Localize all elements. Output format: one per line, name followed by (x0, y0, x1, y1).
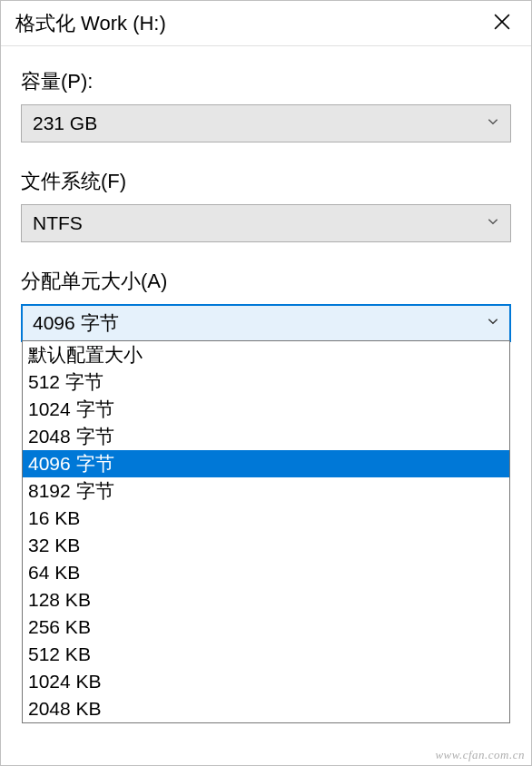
chevron-down-icon (487, 115, 499, 132)
allocation-option[interactable]: 512 字节 (23, 368, 509, 396)
filesystem-label: 文件系统(F) (21, 168, 511, 195)
allocation-option[interactable]: 4096 字节 (23, 450, 509, 477)
allocation-combobox[interactable]: 4096 字节 默认配置大小512 字节1024 字节2048 字节4096 字… (21, 304, 511, 342)
format-dialog: 格式化 Work (H:) 容量(P): 231 GB 文件系统(F) NTFS (0, 0, 532, 766)
filesystem-group: 文件系统(F) NTFS (21, 168, 511, 242)
close-icon (494, 14, 510, 34)
allocation-option[interactable]: 默认配置大小 (23, 341, 509, 368)
allocation-option[interactable]: 32 KB (23, 532, 509, 559)
filesystem-value: NTFS (33, 212, 83, 234)
dialog-content: 容量(P): 231 GB 文件系统(F) NTFS 分配单元大小(A) 409… (1, 46, 531, 342)
capacity-label: 容量(P): (21, 68, 511, 95)
allocation-option[interactable]: 16 KB (23, 505, 509, 532)
chevron-down-icon (487, 315, 499, 331)
allocation-option[interactable]: 64 KB (23, 559, 509, 586)
allocation-option[interactable]: 8192 字节 (23, 477, 509, 505)
capacity-group: 容量(P): 231 GB (21, 68, 511, 142)
capacity-value: 231 GB (33, 113, 97, 134)
allocation-option[interactable]: 512 KB (23, 641, 509, 668)
titlebar: 格式化 Work (H:) (1, 1, 531, 46)
allocation-dropdown-list[interactable]: 默认配置大小512 字节1024 字节2048 字节4096 字节8192 字节… (22, 340, 510, 723)
allocation-option[interactable]: 2048 KB (23, 695, 509, 722)
filesystem-combobox[interactable]: NTFS (21, 204, 511, 242)
allocation-group: 分配单元大小(A) 4096 字节 默认配置大小512 字节1024 字节204… (21, 268, 511, 342)
allocation-option[interactable]: 1024 字节 (23, 396, 509, 423)
allocation-option[interactable]: 128 KB (23, 586, 509, 614)
allocation-label: 分配单元大小(A) (21, 268, 511, 295)
allocation-option[interactable]: 2048 字节 (23, 423, 509, 450)
allocation-option[interactable]: 1024 KB (23, 668, 509, 695)
watermark: www.cfan.com.cn (435, 748, 525, 762)
capacity-combobox[interactable]: 231 GB (21, 104, 511, 142)
close-button[interactable] (486, 7, 518, 40)
chevron-down-icon (487, 215, 499, 231)
dialog-title: 格式化 Work (H:) (15, 10, 166, 37)
allocation-value: 4096 字节 (33, 310, 119, 336)
allocation-option[interactable]: 256 KB (23, 614, 509, 641)
